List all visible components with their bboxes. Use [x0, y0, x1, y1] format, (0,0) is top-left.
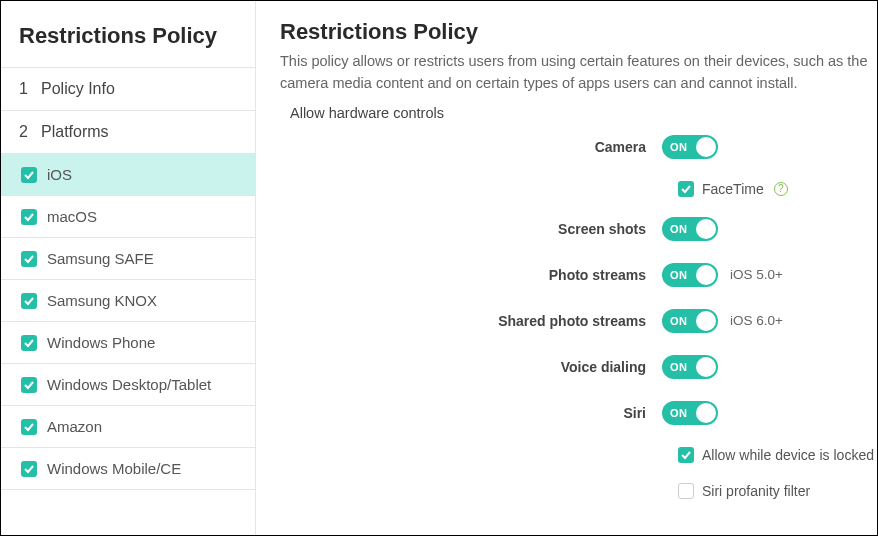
- setting-facetime: FaceTime ?: [280, 181, 877, 197]
- platform-amazon[interactable]: Amazon: [1, 406, 255, 448]
- platform-label: Windows Phone: [47, 334, 155, 351]
- platform-label: macOS: [47, 208, 97, 225]
- toggle-text: ON: [670, 269, 688, 281]
- setting-label: Camera: [280, 139, 662, 155]
- platform-macos[interactable]: macOS: [1, 196, 255, 238]
- checkbox-label: FaceTime: [702, 181, 764, 197]
- setting-label: Shared photo streams: [280, 313, 662, 329]
- page-description: This policy allows or restricts users fr…: [280, 51, 877, 95]
- platform-windows-phone[interactable]: Windows Phone: [1, 322, 255, 364]
- platform-windows-mobile-ce[interactable]: Windows Mobile/CE: [1, 448, 255, 490]
- toggle-text: ON: [670, 223, 688, 235]
- setting-label: Voice dialing: [280, 359, 662, 375]
- check-icon: [21, 167, 37, 183]
- platform-ios[interactable]: iOS: [1, 154, 255, 196]
- platform-label: Samsung SAFE: [47, 250, 154, 267]
- nav-platforms[interactable]: 2 Platforms: [1, 111, 255, 154]
- toggle-text: ON: [670, 407, 688, 419]
- toggle-knob: [696, 357, 716, 377]
- check-icon: [21, 293, 37, 309]
- main-panel: Restrictions Policy This policy allows o…: [256, 1, 877, 535]
- toggle-knob: [696, 311, 716, 331]
- setting-label: Screen shots: [280, 221, 662, 237]
- section-hardware-controls: Allow hardware controls: [280, 105, 877, 121]
- checkbox-facetime[interactable]: [678, 181, 694, 197]
- toggle-text: ON: [670, 315, 688, 327]
- nav-num: 2: [19, 123, 33, 141]
- toggle-shared-photo-streams[interactable]: ON: [662, 309, 718, 333]
- toggle-knob: [696, 219, 716, 239]
- platform-label: Windows Mobile/CE: [47, 460, 181, 477]
- setting-siri-profanity: Siri profanity filter: [280, 483, 877, 499]
- toggle-voice-dialing[interactable]: ON: [662, 355, 718, 379]
- toggle-text: ON: [670, 141, 688, 153]
- platform-label: iOS: [47, 166, 72, 183]
- toggle-screenshots[interactable]: ON: [662, 217, 718, 241]
- checkbox-label: Siri profanity filter: [702, 483, 810, 499]
- setting-voice-dialing: Voice dialing ON: [280, 355, 877, 379]
- setting-siri-allow-locked: Allow while device is locked: [280, 447, 877, 463]
- toggle-knob: [696, 265, 716, 285]
- hint: iOS 5.0+: [730, 267, 783, 282]
- sidebar: Restrictions Policy 1 Policy Info 2 Plat…: [1, 1, 256, 535]
- hint: iOS 6.0+: [730, 313, 783, 328]
- nav-num: 1: [19, 80, 33, 98]
- platform-label: Samsung KNOX: [47, 292, 157, 309]
- check-icon: [21, 461, 37, 477]
- checkbox-siri-profanity[interactable]: [678, 483, 694, 499]
- setting-shared-photo-streams: Shared photo streams ON iOS 6.0+: [280, 309, 877, 333]
- checkbox-siri-locked[interactable]: [678, 447, 694, 463]
- check-icon: [21, 251, 37, 267]
- platform-samsung-knox[interactable]: Samsung KNOX: [1, 280, 255, 322]
- platform-windows-desktop[interactable]: Windows Desktop/Tablet: [1, 364, 255, 406]
- toggle-text: ON: [670, 361, 688, 373]
- help-icon[interactable]: ?: [774, 182, 788, 196]
- setting-camera: Camera ON: [280, 135, 877, 159]
- setting-label: Photo streams: [280, 267, 662, 283]
- setting-photo-streams: Photo streams ON iOS 5.0+: [280, 263, 877, 287]
- platform-label: Amazon: [47, 418, 102, 435]
- page-title: Restrictions Policy: [280, 19, 877, 45]
- platform-label: Windows Desktop/Tablet: [47, 376, 211, 393]
- check-icon: [21, 419, 37, 435]
- nav-label: Policy Info: [41, 80, 115, 98]
- platform-samsung-safe[interactable]: Samsung SAFE: [1, 238, 255, 280]
- toggle-knob: [696, 137, 716, 157]
- toggle-camera[interactable]: ON: [662, 135, 718, 159]
- check-icon: [21, 209, 37, 225]
- toggle-knob: [696, 403, 716, 423]
- toggle-photo-streams[interactable]: ON: [662, 263, 718, 287]
- toggle-siri[interactable]: ON: [662, 401, 718, 425]
- nav-label: Platforms: [41, 123, 109, 141]
- setting-screenshots: Screen shots ON: [280, 217, 877, 241]
- setting-label: Siri: [280, 405, 662, 421]
- checkbox-label: Allow while device is locked: [702, 447, 874, 463]
- check-icon: [21, 335, 37, 351]
- sidebar-title: Restrictions Policy: [1, 1, 255, 68]
- check-icon: [21, 377, 37, 393]
- setting-siri: Siri ON: [280, 401, 877, 425]
- nav-policy-info[interactable]: 1 Policy Info: [1, 68, 255, 111]
